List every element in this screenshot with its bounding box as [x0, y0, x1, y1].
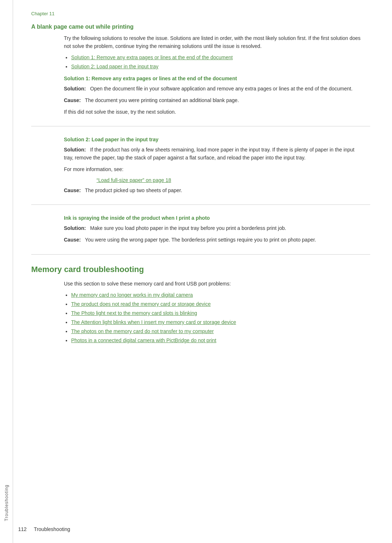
memory-link-5[interactable]: The photos on the memory card do not tra…: [71, 328, 214, 334]
memory-link-1[interactable]: My memory card no longer works in my dig…: [71, 292, 193, 298]
memory-card-intro: Use this section to solve these memory c…: [64, 280, 363, 288]
page-number: 112: [18, 526, 26, 532]
memory-link-2[interactable]: The product does not read the memory car…: [71, 301, 211, 307]
divider-2: [31, 204, 370, 205]
memory-card-section: Memory card troubleshooting Use this sec…: [31, 265, 370, 345]
memory-link-4[interactable]: The Attention light blinks when I insert…: [71, 319, 236, 325]
list-item: The Photo light next to the memory card …: [71, 309, 370, 317]
solution2-link[interactable]: Solution 2: Load paper in the input tray: [71, 64, 159, 69]
memory-card-heading: Memory card troubleshooting: [31, 265, 370, 274]
list-item: Solution 1: Remove any extra pages or li…: [71, 54, 370, 61]
ref-link-load-paper[interactable]: “Load full-size paper” on page 18: [97, 177, 363, 183]
solution2-solution-label: Solution:: [64, 147, 86, 153]
ink-cause-label: Cause:: [64, 237, 81, 243]
solution2-heading: Solution 2: Load paper in the input tray: [64, 137, 363, 142]
solution2-cause-body: The product picked up two sheets of pape…: [85, 187, 182, 193]
list-item: The Attention light blinks when I insert…: [71, 319, 370, 326]
memory-link-3[interactable]: The Photo light next to the memory card …: [71, 310, 197, 316]
blank-page-bullets: Solution 1: Remove any extra pages or li…: [71, 54, 370, 70]
divider-1: [31, 126, 370, 126]
solution2-solution-body: If the product has only a few sheets rem…: [64, 147, 355, 161]
solution2-more-info: For more information, see:: [64, 166, 363, 174]
sidebar-label: Troubleshooting: [4, 485, 9, 521]
footer: 112 Troubleshooting: [18, 526, 70, 532]
memory-card-bullets: My memory card no longer works in my dig…: [71, 291, 370, 344]
solution1-solution-text: Solution: Open the document file in your…: [64, 85, 363, 93]
main-content: Chapter 11 A blank page came out while p…: [13, 0, 392, 543]
ink-block: Ink is spraying the inside of the produc…: [64, 215, 363, 244]
blank-page-heading: A blank page came out while printing: [31, 24, 370, 30]
solution2-cause-label: Cause:: [64, 187, 81, 193]
list-item: Solution 2: Load paper in the input tray: [71, 63, 370, 70]
memory-card-content: Use this section to solve these memory c…: [64, 280, 363, 288]
solution1-heading: Solution 1: Remove any extra pages or li…: [64, 76, 363, 81]
memory-link-6[interactable]: Photos in a connected digital camera wit…: [71, 337, 216, 343]
solution2-section: Solution 2: Load paper in the input tray…: [31, 137, 370, 194]
ink-solution-body: Make sure you load photo paper in the in…: [90, 225, 286, 231]
ink-cause-body: You were using the wrong paper type. The…: [85, 237, 316, 243]
ink-solution-label: Solution:: [64, 225, 86, 231]
solution1-cause-text: Cause: The document you were printing co…: [64, 97, 363, 105]
solution1-solution-body: Open the document file in your software …: [90, 86, 352, 92]
solution1-followup: If this did not solve the issue, try the…: [64, 108, 363, 116]
list-item: My memory card no longer works in my dig…: [71, 291, 370, 299]
solution2-block: Solution 2: Load paper in the input tray…: [64, 137, 363, 194]
solution2-solution-text: Solution: If the product has only a few …: [64, 146, 363, 162]
solution1-block: Solution 1: Remove any extra pages or li…: [64, 76, 363, 116]
sidebar: Troubleshooting: [0, 0, 13, 543]
ink-section: Ink is spraying the inside of the produc…: [31, 215, 370, 244]
footer-label: Troubleshooting: [34, 526, 70, 532]
ink-heading: Ink is spraying the inside of the produc…: [64, 215, 363, 221]
solution2-cause-text: Cause: The product picked up two sheets …: [64, 187, 363, 195]
solution1-cause-body: The document you were printing contained…: [85, 97, 239, 103]
list-item: Photos in a connected digital camera wit…: [71, 337, 370, 344]
chapter-label: Chapter 11: [31, 11, 370, 16]
solution1-solution-label: Solution:: [64, 86, 86, 92]
blank-page-intro: Try the following solutions to resolve t…: [64, 35, 363, 50]
divider-3: [31, 254, 370, 255]
list-item: The product does not read the memory car…: [71, 300, 370, 308]
solution1-cause-label: Cause:: [64, 97, 81, 103]
ink-cause-text: Cause: You were using the wrong paper ty…: [64, 236, 363, 244]
list-item: The photos on the memory card do not tra…: [71, 328, 370, 335]
solution1-link[interactable]: Solution 1: Remove any extra pages or li…: [71, 54, 233, 60]
ink-solution-text: Solution: Make sure you load photo paper…: [64, 224, 363, 232]
blank-page-section: A blank page came out while printing Try…: [31, 24, 370, 116]
